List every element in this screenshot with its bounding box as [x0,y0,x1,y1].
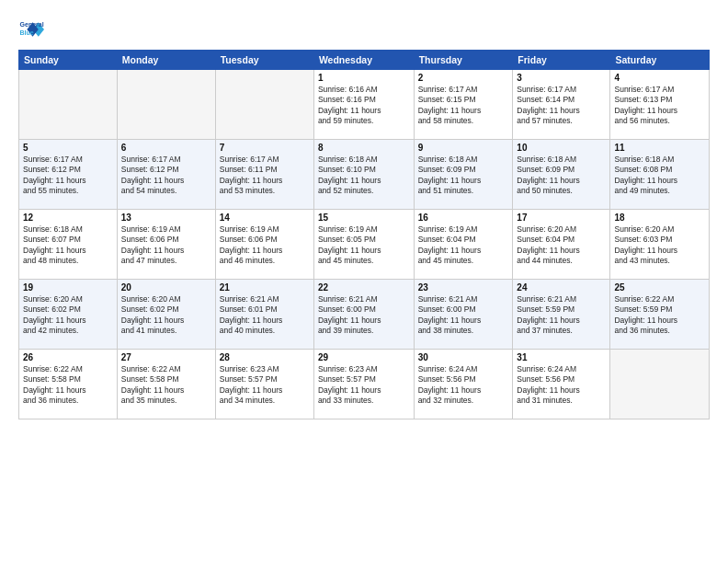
page: General Blue SundayMondayTuesdayWednesda… [0,0,728,563]
calendar-cell: 13Sunrise: 6:19 AM Sunset: 6:06 PM Dayli… [117,210,215,280]
calendar-cell: 26Sunrise: 6:22 AM Sunset: 5:58 PM Dayli… [19,350,118,419]
day-number: 14 [220,213,310,223]
calendar-cell [117,70,215,140]
weekday-header-monday: Monday [117,51,215,70]
day-number: 3 [517,73,606,83]
calendar-cell: 11Sunrise: 6:18 AM Sunset: 6:08 PM Dayli… [610,140,710,210]
calendar-cell [19,70,118,140]
calendar-table: SundayMondayTuesdayWednesdayThursdayFrid… [18,50,710,419]
calendar-cell: 27Sunrise: 6:22 AM Sunset: 5:58 PM Dayli… [117,350,215,419]
day-info: Sunrise: 6:17 AM Sunset: 6:12 PM Dayligh… [121,155,211,197]
calendar-week-row: 19Sunrise: 6:20 AM Sunset: 6:02 PM Dayli… [19,280,710,350]
day-number: 28 [220,352,310,362]
calendar-cell: 5Sunrise: 6:17 AM Sunset: 6:12 PM Daylig… [19,140,118,210]
calendar-week-row: 12Sunrise: 6:18 AM Sunset: 6:07 PM Dayli… [19,210,710,280]
day-number: 17 [517,213,606,223]
day-number: 2 [418,73,509,83]
calendar-cell: 31Sunrise: 6:24 AM Sunset: 5:56 PM Dayli… [513,350,610,419]
calendar-cell: 16Sunrise: 6:19 AM Sunset: 6:04 PM Dayli… [414,210,513,280]
day-info: Sunrise: 6:18 AM Sunset: 6:07 PM Dayligh… [23,224,113,267]
day-number: 21 [220,282,310,293]
calendar-cell: 18Sunrise: 6:20 AM Sunset: 6:03 PM Dayli… [610,210,710,280]
calendar-cell: 29Sunrise: 6:23 AM Sunset: 5:57 PM Dayli… [313,350,414,419]
calendar-cell: 10Sunrise: 6:18 AM Sunset: 6:09 PM Dayli… [513,140,610,210]
day-info: Sunrise: 6:17 AM Sunset: 6:15 PM Dayligh… [418,85,509,127]
day-number: 13 [121,213,211,223]
day-number: 26 [23,352,113,362]
day-number: 30 [418,352,509,362]
svg-text:Blue: Blue [20,29,34,36]
weekday-header-thursday: Thursday [414,51,513,70]
calendar-cell: 20Sunrise: 6:20 AM Sunset: 6:02 PM Dayli… [117,280,215,350]
day-number: 10 [517,143,606,153]
day-info: Sunrise: 6:16 AM Sunset: 6:16 PM Dayligh… [318,85,410,127]
day-info: Sunrise: 6:19 AM Sunset: 6:04 PM Dayligh… [418,224,509,267]
day-info: Sunrise: 6:20 AM Sunset: 6:04 PM Dayligh… [517,224,606,267]
day-info: Sunrise: 6:22 AM Sunset: 5:58 PM Dayligh… [121,364,211,407]
calendar-cell: 17Sunrise: 6:20 AM Sunset: 6:04 PM Dayli… [513,210,610,280]
day-number: 27 [121,352,211,362]
calendar-cell [610,350,710,419]
weekday-header-saturday: Saturday [610,51,710,70]
day-number: 9 [418,143,509,153]
day-info: Sunrise: 6:20 AM Sunset: 6:02 PM Dayligh… [121,294,211,337]
calendar-cell: 7Sunrise: 6:17 AM Sunset: 6:11 PM Daylig… [215,140,313,210]
day-number: 5 [23,143,113,153]
logo: General Blue [18,17,44,42]
calendar-cell: 2Sunrise: 6:17 AM Sunset: 6:15 PM Daylig… [414,70,513,140]
day-number: 6 [121,143,211,153]
calendar-cell: 8Sunrise: 6:18 AM Sunset: 6:10 PM Daylig… [313,140,414,210]
day-info: Sunrise: 6:18 AM Sunset: 6:08 PM Dayligh… [614,155,705,197]
day-number: 1 [318,73,410,83]
svg-text:General: General [20,21,44,28]
calendar-cell: 14Sunrise: 6:19 AM Sunset: 6:06 PM Dayli… [215,210,313,280]
weekday-header-sunday: Sunday [19,51,118,70]
day-number: 24 [517,282,606,293]
day-number: 15 [318,213,410,223]
header: General Blue [18,17,710,42]
weekday-header-row: SundayMondayTuesdayWednesdayThursdayFrid… [19,51,710,70]
day-number: 25 [614,282,705,293]
calendar-cell: 3Sunrise: 6:17 AM Sunset: 6:14 PM Daylig… [513,70,610,140]
day-number: 18 [614,213,705,223]
calendar-cell: 9Sunrise: 6:18 AM Sunset: 6:09 PM Daylig… [414,140,513,210]
day-info: Sunrise: 6:17 AM Sunset: 6:14 PM Dayligh… [517,85,606,127]
day-number: 22 [318,282,410,293]
day-info: Sunrise: 6:21 AM Sunset: 6:00 PM Dayligh… [318,294,410,337]
calendar-cell [215,70,313,140]
day-info: Sunrise: 6:19 AM Sunset: 6:06 PM Dayligh… [121,224,211,267]
day-info: Sunrise: 6:17 AM Sunset: 6:12 PM Dayligh… [23,155,113,197]
day-info: Sunrise: 6:17 AM Sunset: 6:13 PM Dayligh… [614,85,705,127]
day-number: 19 [23,282,113,293]
day-number: 8 [318,143,410,153]
calendar-week-row: 5Sunrise: 6:17 AM Sunset: 6:12 PM Daylig… [19,140,710,210]
day-number: 12 [23,213,113,223]
day-info: Sunrise: 6:23 AM Sunset: 5:57 PM Dayligh… [318,364,410,407]
calendar-cell: 12Sunrise: 6:18 AM Sunset: 6:07 PM Dayli… [19,210,118,280]
calendar-cell: 30Sunrise: 6:24 AM Sunset: 5:56 PM Dayli… [414,350,513,419]
calendar-cell: 23Sunrise: 6:21 AM Sunset: 6:00 PM Dayli… [414,280,513,350]
weekday-header-wednesday: Wednesday [313,51,414,70]
day-info: Sunrise: 6:19 AM Sunset: 6:05 PM Dayligh… [318,224,410,267]
day-info: Sunrise: 6:18 AM Sunset: 6:09 PM Dayligh… [418,155,509,197]
day-number: 29 [318,352,410,362]
weekday-header-friday: Friday [513,51,610,70]
day-number: 4 [614,73,705,83]
day-info: Sunrise: 6:20 AM Sunset: 6:03 PM Dayligh… [614,224,705,267]
day-info: Sunrise: 6:24 AM Sunset: 5:56 PM Dayligh… [418,364,509,407]
calendar-week-row: 1Sunrise: 6:16 AM Sunset: 6:16 PM Daylig… [19,70,710,140]
day-number: 31 [517,352,606,362]
calendar-cell: 24Sunrise: 6:21 AM Sunset: 5:59 PM Dayli… [513,280,610,350]
calendar-cell: 15Sunrise: 6:19 AM Sunset: 6:05 PM Dayli… [313,210,414,280]
day-number: 16 [418,213,509,223]
day-number: 11 [614,143,705,153]
calendar-cell: 19Sunrise: 6:20 AM Sunset: 6:02 PM Dayli… [19,280,118,350]
day-info: Sunrise: 6:18 AM Sunset: 6:09 PM Dayligh… [517,155,606,197]
day-info: Sunrise: 6:20 AM Sunset: 6:02 PM Dayligh… [23,294,113,337]
calendar-cell: 4Sunrise: 6:17 AM Sunset: 6:13 PM Daylig… [610,70,710,140]
calendar-cell: 21Sunrise: 6:21 AM Sunset: 6:01 PM Dayli… [215,280,313,350]
day-info: Sunrise: 6:19 AM Sunset: 6:06 PM Dayligh… [220,224,310,267]
day-info: Sunrise: 6:23 AM Sunset: 5:57 PM Dayligh… [220,364,310,407]
day-info: Sunrise: 6:21 AM Sunset: 6:01 PM Dayligh… [220,294,310,337]
weekday-header-tuesday: Tuesday [215,51,313,70]
